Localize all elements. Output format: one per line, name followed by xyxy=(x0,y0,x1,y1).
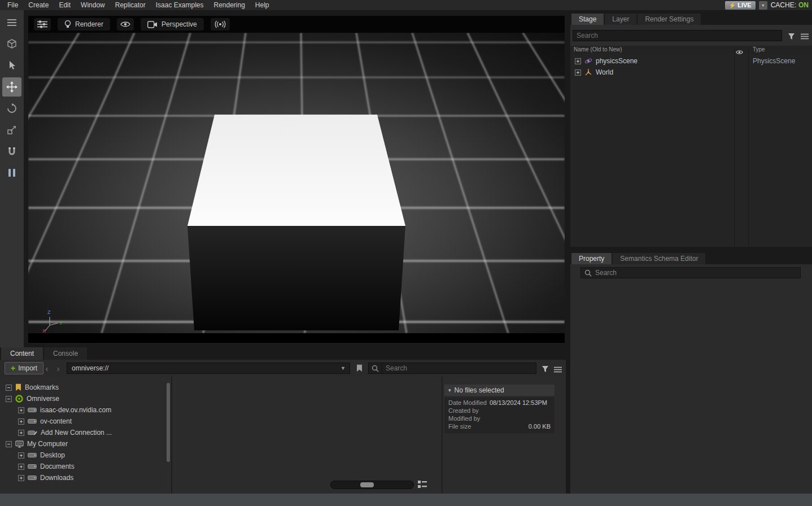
import-button[interactable]: + Import xyxy=(5,362,43,374)
menu-edit[interactable]: Edit xyxy=(54,0,76,10)
tree-item-documents[interactable]: Documents xyxy=(0,461,171,472)
rotate-tool[interactable] xyxy=(2,99,21,118)
slider-handle[interactable] xyxy=(360,482,374,487)
menu-help[interactable]: Help xyxy=(250,0,274,10)
back-button[interactable]: ‹ xyxy=(42,362,52,374)
stage-row-world[interactable]: World xyxy=(570,67,812,78)
tree-item-omniverse[interactable]: Omniverse xyxy=(0,393,171,404)
path-dropdown-icon[interactable]: ▼ xyxy=(337,365,350,371)
menubar: File Create Edit Window Replicator Isaac… xyxy=(0,0,812,10)
column-name-label: Name (Old to New) xyxy=(574,46,622,53)
collapse-icon: ▾ xyxy=(448,387,451,393)
search-icon xyxy=(584,269,592,277)
thumbnail-size-slider[interactable] xyxy=(330,481,414,489)
camera-dropdown[interactable]: Perspective xyxy=(141,18,204,30)
broadcast-icon xyxy=(214,20,226,28)
content-search-input[interactable] xyxy=(382,364,536,372)
view-mode-toggle[interactable] xyxy=(417,480,427,489)
forward-button[interactable]: › xyxy=(53,362,63,374)
collapse-toggle[interactable] xyxy=(6,385,12,391)
pause-tool[interactable] xyxy=(2,163,21,182)
tab-stage[interactable]: Stage xyxy=(571,14,604,25)
file-grid-area[interactable] xyxy=(173,377,440,494)
tree-item-my-computer[interactable]: My Computer xyxy=(0,438,171,450)
main-menu-button[interactable] xyxy=(2,13,21,32)
snap-tool[interactable] xyxy=(2,142,21,161)
tree-item-label: Downloads xyxy=(40,474,73,482)
viewport-scene[interactable]: Z Y X xyxy=(28,33,565,333)
expand-toggle[interactable] xyxy=(18,407,24,413)
collapse-toggle[interactable] xyxy=(6,441,12,447)
tab-property[interactable]: Property xyxy=(571,253,612,264)
menu-file[interactable]: File xyxy=(2,0,23,10)
tree-item-bookmarks[interactable]: Bookmarks xyxy=(0,382,171,393)
tab-content[interactable]: Content xyxy=(1,347,43,360)
drive-icon xyxy=(28,452,37,459)
menubar-right: ⚡ LIVE ▾ CACHE:ON xyxy=(725,1,810,10)
details-header-label: No files selected xyxy=(455,386,504,394)
stage-row-physicsscene[interactable]: physicsScene PhysicsScene xyxy=(570,55,812,67)
collapse-toggle[interactable] xyxy=(6,396,12,402)
content-options-button[interactable] xyxy=(553,365,562,374)
renderer-dropdown[interactable]: Renderer xyxy=(58,18,110,30)
tree-item-isaac-dev[interactable]: isaac-dev.ov.nvidia.com xyxy=(0,404,171,416)
live-button[interactable]: ⚡ LIVE xyxy=(725,1,756,10)
stage-column-header[interactable]: Name (Old to New) Type xyxy=(570,46,812,54)
content-filter-button[interactable] xyxy=(541,364,550,373)
expand-toggle[interactable] xyxy=(18,475,24,481)
column-separator[interactable] xyxy=(734,46,735,247)
property-search-input[interactable] xyxy=(595,269,797,277)
view-cube-tool[interactable] xyxy=(2,34,21,54)
tab-semantics-schema-editor[interactable]: Semantics Schema Editor xyxy=(613,253,705,264)
expand-toggle[interactable] xyxy=(18,430,24,436)
menu-isaac-examples[interactable]: Isaac Examples xyxy=(151,0,209,10)
bookmark-button[interactable] xyxy=(355,364,364,373)
live-dropdown-button[interactable]: ▾ xyxy=(759,1,767,10)
menu-replicator[interactable]: Replicator xyxy=(110,0,151,10)
menu-lines-icon xyxy=(801,33,809,40)
content-search-field[interactable] xyxy=(368,363,536,374)
move-tool[interactable] xyxy=(2,77,21,97)
import-label: Import xyxy=(18,364,37,372)
expand-toggle[interactable] xyxy=(18,452,24,459)
viewport-settings-button[interactable] xyxy=(34,18,51,30)
viewport-toolbar: Renderer Perspective xyxy=(28,16,565,33)
menu-rendering[interactable]: Rendering xyxy=(208,0,250,10)
tree-item-ov-content[interactable]: ov-content xyxy=(0,416,171,427)
visibility-button[interactable] xyxy=(117,18,134,30)
filter-icon xyxy=(788,33,796,40)
left-toolbar xyxy=(0,10,24,347)
tab-console[interactable]: Console xyxy=(44,347,87,360)
stage-search-input[interactable] xyxy=(577,32,778,40)
tree-item-label: Documents xyxy=(40,463,75,470)
path-bar[interactable]: ▼ xyxy=(67,363,350,374)
file-details-panel: ▾ No files selected Date Modified 08/13/… xyxy=(442,377,566,494)
broadcast-button[interactable] xyxy=(211,18,230,30)
stage-options-button[interactable] xyxy=(800,32,809,41)
property-search-field[interactable] xyxy=(580,267,801,278)
tree-item-downloads[interactable]: Downloads xyxy=(0,472,171,483)
stage-search-field[interactable] xyxy=(573,30,782,41)
expand-toggle[interactable] xyxy=(18,464,24,470)
expand-toggle[interactable] xyxy=(18,418,24,425)
stage-filter-button[interactable] xyxy=(787,32,796,41)
menu-create[interactable]: Create xyxy=(23,0,54,10)
status-bar xyxy=(0,494,812,506)
menu-window[interactable]: Window xyxy=(76,0,110,10)
tab-render-settings[interactable]: Render Settings xyxy=(638,14,701,25)
scale-tool[interactable] xyxy=(2,120,21,139)
details-header[interactable]: ▾ No files selected xyxy=(444,385,555,396)
path-input[interactable] xyxy=(67,364,337,372)
stage-search-row xyxy=(570,25,812,46)
select-tool[interactable] xyxy=(2,56,21,75)
expand-toggle[interactable] xyxy=(575,69,581,76)
tab-layer[interactable]: Layer xyxy=(605,14,636,25)
pause-icon xyxy=(8,168,16,177)
cursor-icon xyxy=(7,60,16,71)
tree-scrollbar[interactable] xyxy=(167,383,170,462)
viewport-bottom-bar xyxy=(28,333,565,343)
tree-item-desktop[interactable]: Desktop xyxy=(0,450,171,461)
column-separator[interactable] xyxy=(748,46,749,247)
expand-toggle[interactable] xyxy=(575,58,581,64)
tree-item-add-new-connection[interactable]: Add New Connection ... xyxy=(0,427,171,438)
